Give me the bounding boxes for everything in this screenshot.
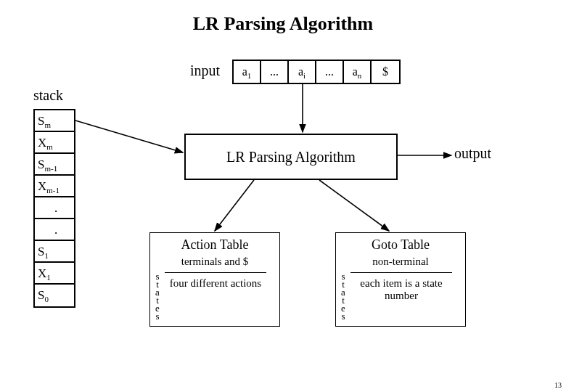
action-table-subtitle: terminals and $ [150,256,279,268]
stack-cell: . [35,219,74,241]
stack-cell: Xm [35,132,74,154]
page-number: 13 [554,381,562,389]
stack: Sm Xm Sm-1 Xm-1 . . S1 X1 S0 [33,109,75,308]
svg-line-4 [319,180,389,231]
goto-table: Goto Table non-terminal states each item… [335,232,466,327]
svg-line-1 [75,121,183,152]
stack-cell: X1 [35,263,74,285]
connector-lines [0,0,566,392]
input-cell: ai [289,61,316,83]
goto-table-desc: each item is a state number [350,272,452,320]
svg-line-3 [215,180,254,231]
goto-table-subtitle: non-terminal [336,256,465,268]
input-cell: an [344,61,372,83]
input-label: input [190,62,220,79]
goto-table-rowlabel: states [336,272,346,320]
goto-table-title: Goto Table [336,237,465,253]
stack-cell: S1 [35,241,74,263]
input-cell: ... [316,61,344,83]
action-table-rowlabel: states [150,272,160,320]
input-tape: a1 ... ai ... an $ [232,60,401,84]
stack-cell: Xm-1 [35,176,74,197]
page-title: LR Parsing Algorithm [0,13,566,35]
stack-cell: Sm-1 [35,154,74,176]
action-table: Action Table terminals and $ states four… [149,232,280,327]
stack-cell: Sm [35,110,74,132]
output-label: output [454,145,491,162]
input-cell: ... [261,61,289,83]
input-cell: $ [372,61,399,83]
action-table-title: Action Table [150,237,279,253]
stack-cell: . [35,197,74,219]
stack-cell: S0 [35,285,74,306]
input-cell: a1 [234,61,261,83]
algorithm-box: LR Parsing Algorithm [184,134,398,180]
stack-label: stack [33,87,63,104]
action-table-desc: four different actions [165,272,266,320]
